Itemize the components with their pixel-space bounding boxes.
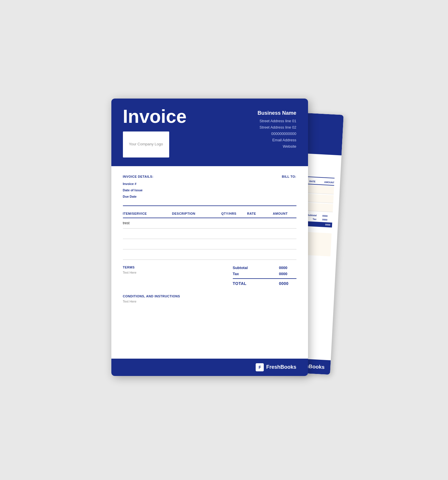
row1-item: trest <box>123 221 170 225</box>
business-phone: 000000000000 <box>257 131 296 137</box>
col-qty: QTY/HRS <box>221 212 245 215</box>
tax-value: 0000 <box>279 272 296 276</box>
business-name: Business Name <box>257 110 296 116</box>
company-logo-text: Your Company Logo <box>129 142 163 147</box>
freshbooks-logo: F FreshBooks <box>256 363 296 371</box>
table-row <box>123 249 296 260</box>
logo-box: Your Company Logo <box>123 131 169 157</box>
back-tax-label: Tax <box>312 218 316 220</box>
total-label: TOTAL <box>233 281 247 286</box>
subtotal-value: 0000 <box>279 266 296 270</box>
front-body: INVOICE DETAILS: Invoice # Date of Issue… <box>111 166 308 312</box>
back-total-value: 0000 <box>325 223 330 226</box>
invoice-details-section: INVOICE DETAILS: Invoice # Date of Issue… <box>123 175 154 200</box>
back-col-rate: RATE <box>309 180 316 183</box>
terms-text: Text Here <box>123 271 137 274</box>
section-divider-1 <box>123 205 296 206</box>
back-subtotal-row: Subtotal 0000 <box>307 214 332 218</box>
table-row <box>123 239 296 249</box>
bottom-section: TERMS Text Here Subtotal 0000 Tax 0000 T… <box>123 266 296 286</box>
totals-section: Subtotal 0000 Tax 0000 TOTAL 0000 <box>233 266 296 286</box>
items-table: ITEM/SERVICE DESCRIPTION QTY/HRS RATE AM… <box>123 212 296 260</box>
terms-section: TERMS Text Here <box>123 266 137 286</box>
col-amount: AMOUNT <box>273 212 296 215</box>
invoice-front: Invoice Your Company Logo Business Name … <box>111 99 308 376</box>
business-address2: Street Address line 02 <box>257 124 296 131</box>
conditions-section: CONDITIONS, AND INSTRUCTIONS Text Here <box>123 294 296 303</box>
back-tax-value: 0000 <box>322 218 332 221</box>
invoice-num-field: Invoice # <box>123 181 154 187</box>
invoice-scene: INVOICE DETAILS: Invoice # 0000 Date of … <box>111 99 337 382</box>
conditions-text: Text Here <box>123 300 296 303</box>
invoice-due-field: Due Date <box>123 193 154 200</box>
total-value: 0000 <box>279 281 296 286</box>
back-subtotal-label: Subtotal <box>307 214 316 217</box>
freshbooks-icon: F <box>256 363 264 371</box>
tax-label: Tax <box>233 272 239 276</box>
back-tax-row: Tax 0000 <box>312 218 332 221</box>
invoice-title: Invoice <box>123 107 187 126</box>
business-email: Email Address <box>257 137 296 143</box>
conditions-label: CONDITIONS, AND INSTRUCTIONS <box>123 294 296 298</box>
front-footer: F FreshBooks <box>111 359 308 376</box>
subtotal-row: Subtotal 0000 <box>233 266 296 270</box>
invoice-details-label: INVOICE DETAILS: <box>123 175 154 178</box>
back-col-amount: AMOUNT <box>324 181 334 184</box>
terms-label: TERMS <box>123 266 137 269</box>
bill-to-label: BILL TO: <box>282 175 296 178</box>
business-address1: Street Address line 01 <box>257 118 296 124</box>
front-header-left: Invoice Your Company Logo <box>123 107 187 157</box>
front-header: Invoice Your Company Logo Business Name … <box>111 99 308 166</box>
details-row: INVOICE DETAILS: Invoice # Date of Issue… <box>123 175 296 200</box>
back-subtotal-value: 0000 <box>322 214 332 218</box>
col-rate: RATE <box>247 212 270 215</box>
total-divider <box>233 278 296 279</box>
table-row: trest <box>123 218 296 229</box>
business-website: Website <box>257 143 296 150</box>
freshbooks-brand: FreshBooks <box>266 364 296 370</box>
subtotal-label: Subtotal <box>233 266 248 270</box>
invoice-issue-field: Date of Issue <box>123 187 154 193</box>
grand-total-row: TOTAL 0000 <box>233 281 296 286</box>
table-row <box>123 229 296 239</box>
items-table-header: ITEM/SERVICE DESCRIPTION QTY/HRS RATE AM… <box>123 212 296 218</box>
col-description: DESCRIPTION <box>172 212 219 215</box>
bill-to-section: BILL TO: <box>282 175 296 200</box>
col-item-service: ITEM/SERVICE <box>123 212 170 215</box>
front-header-right: Business Name Street Address line 01 Str… <box>257 107 296 150</box>
tax-row: Tax 0000 <box>233 272 296 276</box>
